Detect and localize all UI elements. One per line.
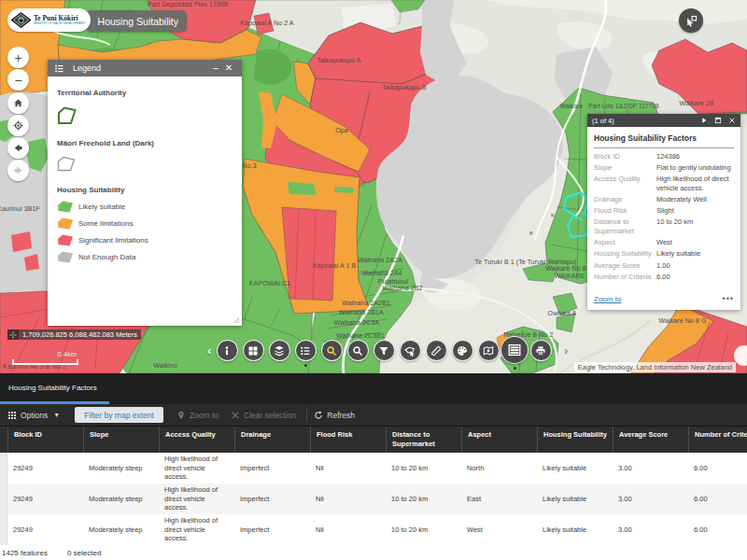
popup-field-label: Housing Suitability	[594, 249, 656, 259]
map-label: Waihaha 2B1A	[339, 309, 384, 315]
search-button[interactable]	[321, 340, 343, 361]
logo-text: Te Puni Kōkiri MINISTRY OF MĀORI DEVELOP…	[34, 15, 88, 26]
popup-field-row: Flood RiskSlight	[594, 206, 734, 216]
popup-field-row: SlopeFlat to gently undulating	[594, 163, 734, 173]
legend-swatch-icon	[57, 234, 74, 246]
legend-button[interactable]	[295, 340, 317, 361]
magnifier-button[interactable]	[347, 340, 369, 361]
map-label: Opa	[335, 127, 348, 133]
column-header[interactable]: Aspect	[461, 427, 537, 453]
basemap-gallery-icon	[247, 345, 259, 357]
toolbar-prev-chevron[interactable]: ‹	[207, 343, 211, 357]
map-label: Part Lots 1&2 DP 117798	[588, 103, 658, 109]
column-header[interactable]: Access Quality	[159, 427, 234, 453]
table-row[interactable]: 29249Moderately steepHigh likelihood of …	[0, 483, 747, 514]
toolbar-next-chevron[interactable]: ›	[564, 343, 568, 357]
popup-field-label: Aspect	[594, 238, 656, 247]
print-button[interactable]	[530, 340, 552, 361]
tab-housing-suitability-factors[interactable]: Housing Suitability Factors	[0, 373, 109, 404]
popup-header[interactable]: (1 of 4)	[587, 114, 740, 127]
column-header[interactable]: Block ID	[7, 427, 83, 453]
refresh-button[interactable]: Refresh	[314, 411, 355, 420]
options-button[interactable]: Options ▼	[7, 411, 60, 420]
print-icon	[535, 345, 546, 357]
back-button[interactable]	[7, 137, 29, 159]
table-cell: 10 to 20 km	[386, 514, 461, 545]
popup-field-label: Block ID	[594, 152, 656, 161]
chevron-down-icon: ▼	[53, 412, 60, 418]
table-cell: 29249	[7, 483, 83, 514]
refresh-icon	[314, 411, 323, 420]
table-cell: Imperfect	[234, 514, 310, 545]
scale-bar: 0.4km	[12, 350, 78, 365]
draw-icon	[457, 345, 468, 357]
column-header[interactable]: Distance to Supermarket	[386, 427, 461, 453]
add-data-icon	[483, 345, 494, 357]
column-header[interactable]: Housing Suitability	[537, 427, 613, 453]
popup-field-value: 124386	[656, 152, 680, 161]
filter-by-map-extent-button[interactable]: Filter by map extent	[75, 407, 163, 423]
select-extent-button[interactable]	[679, 8, 703, 33]
row-gutter[interactable]	[0, 514, 7, 545]
legend-item: Some limitations	[57, 217, 233, 230]
table-row[interactable]: 29249Moderately steepHigh likelihood of …	[0, 514, 747, 545]
clear-selection-button[interactable]: Clear selection	[231, 411, 296, 420]
table-cell: West	[461, 514, 537, 545]
pin-icon	[176, 411, 186, 420]
table-cell: 6.00	[688, 514, 747, 545]
resize-handle-icon[interactable]	[233, 317, 240, 324]
map-canvas[interactable]: Part Deposited Plan 17308Kapowai A No 2 …	[0, 0, 747, 373]
measure-button[interactable]	[426, 340, 447, 361]
layers-button[interactable]	[269, 340, 290, 361]
info-button[interactable]	[217, 340, 238, 361]
zoom-in-button[interactable]: +	[7, 47, 29, 68]
info-icon	[221, 345, 233, 357]
popup-body: Housing Suitability Factors Block ID1243…	[587, 127, 740, 294]
popup-field-value: West	[656, 238, 672, 247]
legend-body: Territorial Authority Māori Freehold Lan…	[48, 77, 242, 326]
legend-header[interactable]: Legend – ✕	[48, 60, 242, 77]
map-label: Waihaha 2A2B1	[342, 300, 390, 306]
map-label: Waikare No 8	[545, 265, 585, 272]
column-header[interactable]: Drainage	[234, 427, 310, 453]
legend-minimize-button[interactable]: –	[209, 60, 222, 77]
basemap-gallery-button[interactable]	[243, 340, 264, 361]
legend-item-label: Likely suitable	[78, 203, 125, 211]
legend-close-button[interactable]: ✕	[222, 60, 235, 77]
draw-button[interactable]	[452, 340, 473, 361]
column-header[interactable]: Number of Criteria	[688, 427, 747, 453]
map-label: Kapowai A 1 B	[313, 262, 356, 269]
table-body: 29249Moderately steepHigh likelihood of …	[0, 453, 747, 545]
column-header[interactable]: Average Score	[613, 427, 688, 453]
legend-icon	[300, 345, 311, 357]
forward-button[interactable]	[7, 160, 29, 181]
popup-close-button[interactable]	[728, 117, 736, 124]
app-stage: Part Deposited Plan 17308Kapowai A No 2 …	[0, 0, 747, 560]
filter-button[interactable]	[374, 340, 395, 361]
table-cell: 29249	[7, 453, 83, 483]
popup-zoom-to-link[interactable]: Zoom to	[594, 295, 723, 303]
home-button[interactable]	[7, 92, 29, 114]
attribute-table-button[interactable]	[500, 336, 529, 364]
zoom-out-button[interactable]: −	[7, 69, 29, 91]
column-header[interactable]: Slope	[83, 427, 159, 453]
row-gutter[interactable]	[0, 453, 7, 483]
zoom-to-button[interactable]: Zoom to	[176, 411, 218, 420]
popup-next-button[interactable]	[700, 117, 708, 124]
select-button[interactable]	[400, 340, 421, 361]
crosshair-icon[interactable]	[7, 329, 19, 340]
add-data-button[interactable]	[478, 340, 500, 361]
filter-icon	[378, 345, 389, 357]
column-header[interactable]: Flood Risk	[310, 427, 386, 453]
table-row[interactable]: 29249Moderately steepHigh likelihood of …	[0, 453, 747, 483]
popup-field-label: Average Score	[594, 261, 656, 271]
locate-button[interactable]	[7, 115, 29, 136]
map-label: Part Deposited Plan 17308	[148, 1, 228, 7]
row-gutter[interactable]	[0, 483, 7, 514]
popup-field-label: Drainage	[594, 195, 656, 204]
legend-section-territorial: Territorial Authority	[57, 89, 233, 97]
popup-field-row: Average Score1.00	[594, 261, 734, 271]
popup-maximize-button[interactable]	[714, 117, 722, 124]
popup-field-value: Slight	[656, 206, 674, 216]
popup-more-options[interactable]: •••	[723, 294, 734, 303]
